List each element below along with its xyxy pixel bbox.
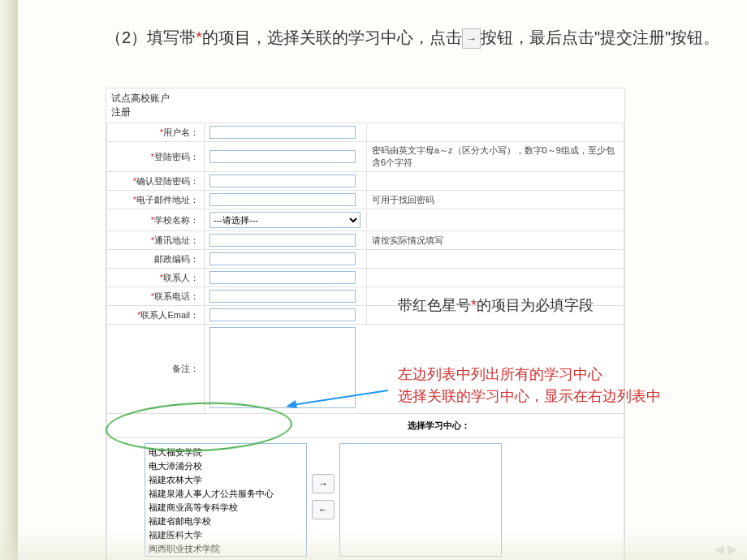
transfer-row: 电大福安学院电大漳浦分校福建农林大学福建泉港人事人才公共服务中心福建商业高等专科…	[107, 438, 624, 561]
center-label-text: 选择学习中心：	[112, 420, 619, 432]
annot-line2: 左边列表中列出所有的学习中心	[398, 364, 661, 386]
pager-icon: ◀ ▶	[715, 541, 737, 557]
field-label: *确认登陆密码：	[107, 172, 205, 191]
field-label: *学校名称：	[107, 209, 205, 231]
list-item[interactable]: 闽西职业技术学院	[147, 542, 304, 556]
move-left-button[interactable]: ←	[312, 500, 335, 519]
field-label: 邮政编码：	[107, 250, 205, 269]
field-label-text: 登陆密码：	[154, 152, 199, 162]
field-input[interactable]	[209, 271, 356, 284]
field-input-cell	[205, 287, 367, 306]
center-label-row: 选择学习中心：	[107, 414, 624, 438]
form-row: *电子邮件地址：可用于找回密码	[107, 191, 624, 209]
instruction-text: （2）填写带*的项目，选择关联的学习中心，点击→按钮，最后点击"提交注册"按钮。	[106, 23, 723, 52]
target-listbox[interactable]	[339, 443, 502, 557]
list-item[interactable]: 福建商业高等专科学校	[147, 501, 304, 515]
move-right-button[interactable]: →	[312, 474, 335, 493]
list-item[interactable]: 福建医科大学	[147, 528, 304, 542]
transfer-buttons: →←	[307, 443, 339, 526]
form-row: *登陆密码：密码由英文字母a～z（区分大小写），数字0～9组成，至少包含6个字符	[107, 142, 624, 172]
list-item[interactable]: 福建泉港人事人才公共服务中心	[147, 487, 304, 501]
registration-form: 试点高校账户 注册 *用户名：*登陆密码：密码由英文字母a～z（区分大小写），数…	[106, 88, 625, 560]
list-item[interactable]: 福建农林大学	[147, 473, 304, 487]
field-label-text: 用户名：	[163, 127, 199, 137]
instruction-prefix: （2）填写带	[106, 28, 196, 46]
field-hint	[367, 250, 624, 269]
field-input[interactable]	[209, 150, 356, 163]
annot-line1a: 带红色星号	[398, 297, 471, 313]
field-label-text: 电子邮件地址：	[136, 195, 199, 205]
field-label-text: 联系人：	[163, 273, 199, 282]
field-input-cell	[205, 123, 367, 142]
field-input-cell	[205, 250, 367, 269]
annot-line3: 选择关联的学习中心，显示在右边列表中	[398, 386, 661, 407]
field-input[interactable]: ---请选择---	[209, 212, 361, 228]
instruction-arrow-icon: →	[462, 28, 481, 49]
form-row: *用户名：	[107, 123, 624, 142]
field-label: *通讯地址：	[107, 231, 205, 250]
form-row: *联系人：	[107, 269, 624, 287]
field-label-text: 确认登陆密码：	[136, 176, 199, 186]
field-input[interactable]	[209, 174, 356, 187]
annotation-required-note: 带红色星号*的项目为必填字段	[398, 295, 594, 317]
form-row: *学校名称：---请选择---	[107, 209, 624, 231]
form-row: 邮政编码：	[107, 250, 624, 269]
remark-textarea[interactable]	[209, 327, 356, 408]
list-item[interactable]: 福建省邮电学校	[147, 515, 304, 528]
slide-left-margin	[0, 0, 18, 560]
annot-line1-star: *	[471, 297, 477, 313]
field-input[interactable]	[209, 252, 356, 265]
field-hint	[367, 172, 624, 191]
field-input-cell	[205, 191, 367, 209]
instruction-star: *	[196, 28, 202, 46]
field-hint	[367, 209, 624, 231]
source-listbox[interactable]: 电大福安学院电大漳浦分校福建农林大学福建泉港人事人才公共服务中心福建商业高等专科…	[145, 443, 307, 557]
field-label: *用户名：	[107, 123, 205, 142]
field-input-cell	[205, 172, 367, 191]
field-input[interactable]	[209, 308, 356, 321]
annotation-center-list-note: 左边列表中列出所有的学习中心 选择关联的学习中心，显示在右边列表中	[398, 364, 661, 407]
field-hint	[367, 123, 624, 142]
form-row: *确认登陆密码：	[107, 172, 624, 191]
field-hint: 可用于找回密码	[367, 191, 624, 209]
field-input-cell	[205, 142, 367, 172]
remark-label: 备注：	[107, 325, 205, 414]
field-input[interactable]	[209, 193, 356, 206]
field-input-cell	[205, 306, 367, 325]
form-title-1: 试点高校账户	[111, 93, 170, 104]
field-input[interactable]	[209, 234, 356, 247]
field-label-text: 联系人Email：	[140, 310, 199, 320]
form-title-2: 注册	[111, 106, 131, 118]
form-title: 试点高校账户 注册	[106, 88, 624, 123]
annot-line1b: 的项目为必填字段	[477, 297, 594, 313]
list-item[interactable]: 电大漳浦分校	[147, 459, 304, 473]
field-hint	[367, 269, 624, 287]
field-input[interactable]	[209, 126, 356, 139]
field-input-cell	[205, 231, 367, 250]
form-table: *用户名：*登陆密码：密码由英文字母a～z（区分大小写），数字0～9组成，至少包…	[106, 123, 624, 560]
field-label: *登陆密码：	[107, 142, 205, 172]
transfer-cell: 电大福安学院电大漳浦分校福建农林大学福建泉港人事人才公共服务中心福建商业高等专科…	[107, 438, 624, 561]
field-hint: 密码由英文字母a～z（区分大小写），数字0～9组成，至少包含6个字符	[367, 142, 624, 172]
field-input-cell: ---请选择---	[205, 209, 367, 231]
field-label: *电子邮件地址：	[107, 191, 205, 209]
instruction-mid1: 的项目，选择关联的学习中心，点击	[202, 28, 462, 46]
field-label-text: 学校名称：	[154, 215, 199, 225]
field-label: *联系人：	[107, 269, 205, 287]
field-label-text: 联系电话：	[154, 291, 199, 301]
center-label-cell: 选择学习中心：	[107, 414, 624, 438]
field-input-cell	[205, 269, 367, 287]
list-item[interactable]: 平和电大工作站	[147, 556, 304, 557]
list-item[interactable]: 电大福安学院	[147, 446, 304, 459]
field-label: *联系电话：	[107, 287, 205, 306]
form-row: *通讯地址：请按实际情况填写	[107, 231, 624, 250]
field-label-text: 通讯地址：	[154, 235, 199, 245]
instruction-mid2: 按钮，最后点击"提交注册"按钮。	[481, 28, 719, 46]
field-label: *联系人Email：	[107, 306, 205, 325]
field-hint: 请按实际情况填写	[367, 231, 624, 250]
field-input[interactable]	[209, 290, 356, 303]
field-label-text: 邮政编码：	[154, 254, 199, 264]
